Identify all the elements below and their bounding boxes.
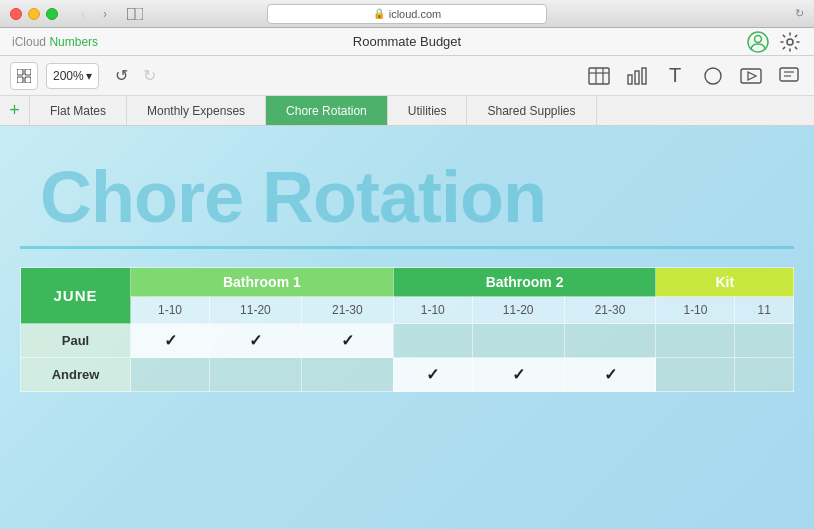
andrew-b2-11-20: ✓	[472, 358, 564, 392]
account-icon[interactable]	[746, 30, 770, 54]
lock-icon: 🔒	[373, 8, 385, 19]
date-21-30-b1: 21-30	[301, 297, 393, 324]
title-bar: ‹ › 🔒 icloud.com ↻	[0, 0, 814, 28]
date-11-k: 11	[735, 297, 794, 324]
undo-button[interactable]: ↺	[109, 63, 135, 89]
sheet-title: Chore Rotation	[0, 126, 814, 238]
paul-b2-1-10	[393, 324, 472, 358]
maximize-button[interactable]	[46, 8, 58, 20]
zoom-control[interactable]: 200% ▾	[46, 63, 99, 89]
svg-rect-4	[17, 69, 23, 75]
app-toolbar: iCloud Numbers Roommate Budget	[0, 28, 814, 56]
date-11-20-b1: 11-20	[210, 297, 302, 324]
numbers-label: Numbers	[49, 35, 98, 49]
tab-utilities[interactable]: Utilities	[388, 96, 468, 125]
main-content: Chore Rotation JUNE Bathroom 1 Bathroom …	[0, 126, 814, 529]
paul-b1-21-30: ✓	[301, 324, 393, 358]
svg-rect-8	[589, 68, 609, 84]
format-tools: T	[584, 62, 804, 90]
app-toolbar-right	[746, 30, 802, 54]
andrew-b1-1-10	[131, 358, 210, 392]
svg-marker-17	[748, 72, 756, 80]
svg-point-3	[755, 35, 762, 42]
shape-icon[interactable]	[698, 62, 728, 90]
andrew-k-1-10	[656, 358, 735, 392]
svg-rect-13	[635, 71, 639, 84]
forward-button[interactable]: ›	[96, 5, 114, 23]
paul-b2-11-20	[472, 324, 564, 358]
tab-monthly-expenses[interactable]: Monthly Expenses	[127, 96, 266, 125]
chore-table: JUNE Bathroom 1 Bathroom 2 Kit 1-10 11-2…	[20, 267, 794, 392]
address-text: icloud.com	[389, 8, 442, 20]
date-11-20-b2: 11-20	[472, 297, 564, 324]
app-title: Roommate Budget	[353, 34, 461, 49]
date-1-10-k: 1-10	[656, 297, 735, 324]
andrew-k-11	[735, 358, 794, 392]
paul-b1-1-10: ✓	[131, 324, 210, 358]
svg-rect-6	[17, 77, 23, 83]
date-1-10-b1: 1-10	[131, 297, 210, 324]
chart-icon[interactable]	[622, 62, 652, 90]
tab-view-button[interactable]	[122, 5, 148, 23]
tab-flat-mates[interactable]: Flat Mates	[30, 96, 127, 125]
address-bar[interactable]: 🔒 icloud.com	[267, 4, 547, 24]
tab-chore-rotation[interactable]: Chore Rotation	[266, 96, 388, 125]
close-button[interactable]	[10, 8, 22, 20]
icloud-label: iCloud	[12, 35, 46, 49]
zoom-label: 200%	[53, 69, 84, 83]
svg-rect-12	[628, 75, 632, 84]
header-month: JUNE	[21, 268, 131, 324]
refresh-button[interactable]: ↻	[795, 7, 804, 20]
header-kitchen: Kit	[656, 268, 794, 297]
undo-redo: ↺ ↻	[109, 63, 163, 89]
svg-rect-14	[642, 68, 646, 84]
app-name: iCloud Numbers	[12, 35, 98, 49]
table-row-andrew: Andrew ✓ ✓ ✓	[21, 358, 794, 392]
zoom-arrow: ▾	[86, 69, 92, 83]
chore-table-wrapper: JUNE Bathroom 1 Bathroom 2 Kit 1-10 11-2…	[0, 257, 814, 392]
svg-rect-1	[127, 8, 135, 20]
tab-shared-supplies[interactable]: Shared Supplies	[467, 96, 596, 125]
back-button[interactable]: ‹	[74, 5, 92, 23]
svg-rect-5	[25, 69, 31, 75]
format-toolbar: 200% ▾ ↺ ↻ T	[0, 56, 814, 96]
date-21-30-b2: 21-30	[564, 297, 656, 324]
paul-b2-21-30	[564, 324, 656, 358]
andrew-b1-11-20	[210, 358, 302, 392]
svg-rect-18	[780, 68, 798, 81]
tabs-bar: + Flat Mates Monthly Expenses Chore Rota…	[0, 96, 814, 126]
minimize-button[interactable]	[28, 8, 40, 20]
media-icon[interactable]	[736, 62, 766, 90]
name-andrew: Andrew	[21, 358, 131, 392]
redo-button[interactable]: ↻	[137, 63, 163, 89]
window-controls	[10, 8, 58, 20]
andrew-b2-21-30: ✓	[564, 358, 656, 392]
name-paul: Paul	[21, 324, 131, 358]
comment-icon[interactable]	[774, 62, 804, 90]
header-bathroom1: Bathroom 1	[131, 268, 394, 297]
paul-k-11	[735, 324, 794, 358]
settings-icon[interactable]	[778, 30, 802, 54]
nav-arrows: ‹ ›	[74, 5, 114, 23]
svg-point-15	[705, 68, 721, 84]
svg-rect-7	[25, 77, 31, 83]
paul-k-1-10	[656, 324, 735, 358]
add-tab-button[interactable]: +	[0, 96, 30, 125]
text-icon[interactable]: T	[660, 62, 690, 90]
title-underline	[20, 246, 794, 249]
paul-b1-11-20: ✓	[210, 324, 302, 358]
date-1-10-b2: 1-10	[393, 297, 472, 324]
svg-rect-16	[741, 69, 761, 83]
andrew-b1-21-30	[301, 358, 393, 392]
table-icon[interactable]	[584, 62, 614, 90]
sheet-view-button[interactable]	[10, 62, 38, 90]
table-row-paul: Paul ✓ ✓ ✓	[21, 324, 794, 358]
header-bathroom2: Bathroom 2	[393, 268, 656, 297]
andrew-b2-1-10: ✓	[393, 358, 472, 392]
